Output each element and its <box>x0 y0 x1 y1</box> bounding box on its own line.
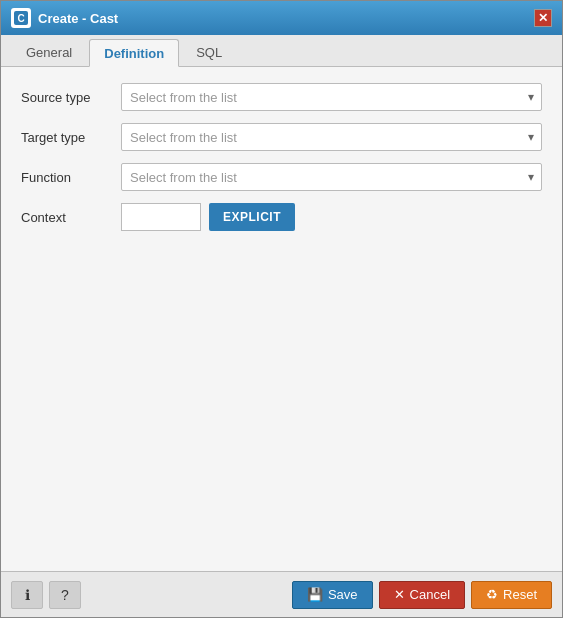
footer-left-buttons: ℹ ? <box>11 581 81 609</box>
target-type-control: Select from the list <box>121 123 542 151</box>
context-input[interactable] <box>121 203 201 231</box>
source-type-wrapper: Select from the list <box>121 83 542 111</box>
info-button[interactable]: ℹ <box>11 581 43 609</box>
target-type-wrapper: Select from the list <box>121 123 542 151</box>
cancel-icon: ✕ <box>394 587 405 602</box>
function-row: Function Select from the list <box>21 163 542 191</box>
save-button[interactable]: 💾 Save <box>292 581 373 609</box>
reset-button[interactable]: ♻ Reset <box>471 581 552 609</box>
function-wrapper: Select from the list <box>121 163 542 191</box>
cancel-label: Cancel <box>410 587 450 602</box>
titlebar: C Create - Cast ✕ <box>1 1 562 35</box>
save-icon: 💾 <box>307 587 323 602</box>
cancel-button[interactable]: ✕ Cancel <box>379 581 465 609</box>
close-button[interactable]: ✕ <box>534 9 552 27</box>
function-select[interactable]: Select from the list <box>121 163 542 191</box>
target-type-select[interactable]: Select from the list <box>121 123 542 151</box>
main-content: Source type Select from the list Target … <box>1 67 562 571</box>
source-type-select[interactable]: Select from the list <box>121 83 542 111</box>
help-button[interactable]: ? <box>49 581 81 609</box>
tab-sql[interactable]: SQL <box>181 38 237 66</box>
source-type-control: Select from the list <box>121 83 542 111</box>
save-label: Save <box>328 587 358 602</box>
svg-text:C: C <box>17 13 24 24</box>
footer: ℹ ? 💾 Save ✕ Cancel ♻ Reset <box>1 571 562 617</box>
tab-definition[interactable]: Definition <box>89 39 179 67</box>
function-label: Function <box>21 170 121 185</box>
window: C Create - Cast ✕ General Definition SQL… <box>0 0 563 618</box>
titlebar-left: C Create - Cast <box>11 8 118 28</box>
reset-label: Reset <box>503 587 537 602</box>
context-label: Context <box>21 210 121 225</box>
target-type-label: Target type <box>21 130 121 145</box>
context-row: Context EXPLICIT <box>21 203 542 231</box>
tab-general[interactable]: General <box>11 38 87 66</box>
tab-bar: General Definition SQL <box>1 35 562 67</box>
app-icon: C <box>11 8 31 28</box>
reset-icon: ♻ <box>486 587 498 602</box>
function-control: Select from the list <box>121 163 542 191</box>
source-type-row: Source type Select from the list <box>21 83 542 111</box>
footer-right-buttons: 💾 Save ✕ Cancel ♻ Reset <box>292 581 552 609</box>
window-title: Create - Cast <box>38 11 118 26</box>
source-type-label: Source type <box>21 90 121 105</box>
target-type-row: Target type Select from the list <box>21 123 542 151</box>
explicit-button[interactable]: EXPLICIT <box>209 203 295 231</box>
